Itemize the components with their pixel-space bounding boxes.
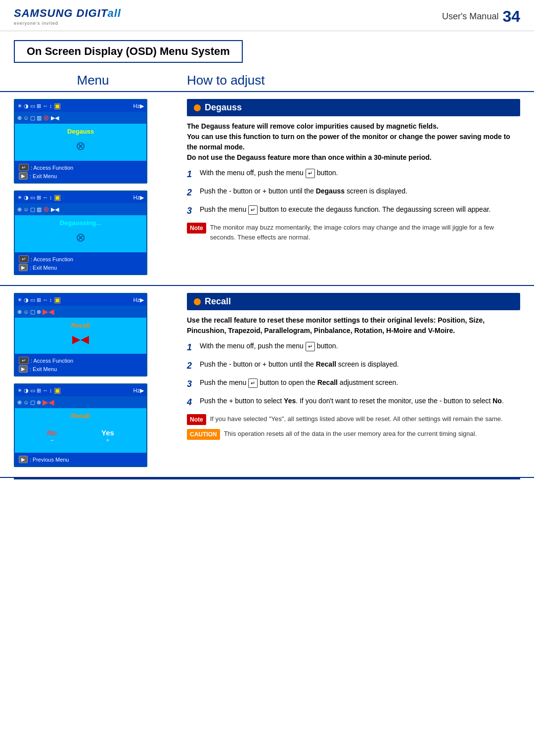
key-enter-r1: ↵ <box>306 342 315 351</box>
step-text-2: Push the - button or + button until the … <box>200 186 520 199</box>
osd-icon-2b-1: ⊕ <box>17 206 22 213</box>
manual-label: User's Manual <box>442 11 498 22</box>
osd-recall-toolbar-1a: ☀ ◑ ▭ ⊞ ↔ ↕ ▣ Hz▶ <box>15 294 146 306</box>
enter-key-r1: ↵ <box>19 357 29 364</box>
osd-toolbar-right-2: Hz▶ <box>134 194 144 201</box>
yes-label: Yes <box>101 428 114 437</box>
osd-icon-2b-6: ▶◀ <box>51 206 59 213</box>
recall-step-num-4: 4 <box>187 396 196 409</box>
osd-icon-2-b2: ◑ <box>24 194 29 201</box>
recall-access-label: : Access Function <box>31 358 73 364</box>
columns-header: Menu How to adjust <box>0 73 534 92</box>
no-sign: − <box>47 437 57 444</box>
osd-toolbar-2b: ⊕ ☺ ▢ ▥ ⊗ ▶◀ <box>15 203 146 215</box>
osd-r2-i3: ▭ <box>30 387 35 394</box>
osd-r1-i2: ◑ <box>24 297 29 303</box>
recall-step-num-3: 3 <box>187 378 196 391</box>
osd-icons-row2b: ⊕ ☺ ▢ ▥ ⊗ ▶◀ <box>17 205 59 214</box>
osd-toolbar-1: ☀ ◑ ▭ ⊞ ↔ ↕ ▣ Hz▶ <box>15 100 146 112</box>
note-label-degauss: Note <box>187 223 206 234</box>
osd-footer-line-1: ↵ : Access Function <box>19 164 142 171</box>
osd-r2b-3: ▢ <box>30 399 35 406</box>
recall-step-4: 4 Push the + button to select Yes. If yo… <box>187 396 520 409</box>
recall-section: ☀ ◑ ▭ ⊞ ↔ ↕ ▣ Hz▶ ⊕ ☺ ▢ ⊗ ▶◀ <box>0 286 534 478</box>
osd-degaussing-symbol: ⊗ <box>15 231 146 244</box>
recall-step-2: 2 Push the - button or + button until th… <box>187 359 520 373</box>
recall-step-text-2: Push the - button or + button until the … <box>200 359 520 373</box>
osd-footer-recall-2: ▶ : Previous Menu <box>15 453 146 466</box>
osd-r1b-1: ⊕ <box>17 309 22 315</box>
osd-icon-2-b6: ↕ <box>49 194 52 200</box>
osd-icon-pos-h: ⊞ <box>37 103 41 109</box>
osd-r1-i6: ↕ <box>49 297 52 303</box>
osd-screen-degauss-2: ☀ ◑ ▭ ⊞ ↔ ↕ ▣ Hz▶ ⊕ ☺ ▢ ▥ ⊗ ▶◀ <box>14 190 147 275</box>
osd-recall-icons-2b: ⊕ ☺ ▢ ⊗ ▶◀ <box>17 398 54 407</box>
osd-icon-arrow: ↔ <box>43 103 48 109</box>
osd-exit-label-1: : Exit Menu <box>30 173 57 179</box>
recall-caution: CAUTION This operation resets all of the… <box>187 429 520 440</box>
page-title: On Screen Display (OSD) Menu System <box>27 45 230 57</box>
osd-recall-label-2: Recall <box>15 412 146 420</box>
key-enter-r3: ↵ <box>248 378 258 388</box>
osd-icon-2-b4: ⊞ <box>37 194 41 201</box>
osd-icon-2b-5: ⊗ <box>43 205 49 214</box>
recall-step-text-3: Push the menu ↵ button to open the Recal… <box>200 378 520 391</box>
recall-adjust: Recall Use the recall feature to reset t… <box>172 293 520 467</box>
osd-footer-line-2-2: ▶ : Exit Menu <box>19 264 142 271</box>
osd-degauss-label: Degauss <box>15 128 146 135</box>
logo-area: SAMSUNG DIGITall everyone's invited <box>14 7 121 26</box>
osd-recall-label: Recall <box>15 322 146 329</box>
osd-r1-i5: ↔ <box>43 297 48 303</box>
osd-access-label-2: : Access Function <box>31 256 73 262</box>
note-label-recall: Note <box>187 414 206 425</box>
osd-r1-i4: ⊞ <box>37 297 41 303</box>
step-num-3: 3 <box>187 204 196 218</box>
osd-screen-degauss-1: ☀ ◑ ▭ ⊞ ↔ ↕ ▣ Hz▶ ⊕ ☺ ▢ ▥ ⊗ ▶◀ <box>14 99 147 184</box>
osd-icon-r2-1: ⊕ <box>17 115 22 121</box>
osd-icon-r2-4: ▥ <box>37 115 42 121</box>
degauss-steps: 1 With the menu off, push the menu ↵ but… <box>187 168 520 218</box>
osd-exit-label-2: : Exit Menu <box>30 265 57 271</box>
no-label: No <box>47 428 57 437</box>
adjust-column-header: How to adjust <box>172 73 520 88</box>
osd-icon-up: ↕ <box>49 103 52 109</box>
osd-icons-row2: ⊕ ☺ ▢ ▥ ⊗ ▶◀ <box>17 113 59 122</box>
osd-icon-size-h: ▭ <box>30 103 35 109</box>
osd-recall-icons-2a: ☀ ◑ ▭ ⊞ ↔ ↕ ▣ <box>17 386 61 395</box>
osd-icon-brightness: ☀ <box>17 103 22 109</box>
osd-r1b-3: ▢ <box>30 309 35 315</box>
step-text-3: Push the menu ↵ button to execute the de… <box>200 204 520 218</box>
osd-screen-recall-2: ☀ ◑ ▭ ⊞ ↔ ↕ ▣ Hz▶ ⊕ ☺ ▢ ⊗ ▶◀ <box>14 383 147 467</box>
osd-footer-recall-1: ↵ : Access Function ▶ : Exit Menu <box>15 354 146 376</box>
osd-r2-i4: ⊞ <box>37 387 41 394</box>
degauss-section: ☀ ◑ ▭ ⊞ ↔ ↕ ▣ Hz▶ ⊕ ☺ ▢ ▥ ⊗ ▶◀ <box>0 92 534 286</box>
degauss-intro: The Degauss feature will remove color im… <box>187 121 520 163</box>
osd-icon-2b-4: ▥ <box>37 206 42 213</box>
exit-key-r1: ▶ <box>19 365 28 373</box>
enter-key-1: ↵ <box>19 164 29 171</box>
enter-key-2: ↵ <box>19 255 29 263</box>
key-enter-3: ↵ <box>248 205 258 215</box>
osd-recall-icons-1b: ⊕ ☺ ▢ ⊗ ▶◀ <box>17 307 54 316</box>
osd-r2-i5: ↔ <box>43 387 48 393</box>
osd-icon-2b-3: ▢ <box>30 206 35 213</box>
menu-column-header: Menu <box>14 73 172 88</box>
step-text-1: With the menu off, push the menu ↵ butto… <box>200 168 520 181</box>
osd-r1-i3: ▭ <box>30 297 35 303</box>
osd-degauss-symbol: ⊗ <box>15 139 146 153</box>
osd-no-yes: No − Yes + <box>15 424 146 449</box>
osd-degaussing-label: Degaussing... <box>15 219 146 227</box>
osd-icon-r2-2: ☺ <box>23 115 29 121</box>
osd-toolbar-right-1: Hz▶ <box>134 103 144 109</box>
osd-body-recall-2: Recall No − Yes + <box>15 408 146 453</box>
osd-icon-r2-3: ▢ <box>30 115 35 121</box>
page-number: 34 <box>502 7 520 26</box>
exit-key-1: ▶ <box>19 172 28 180</box>
osd-body-degauss-2: Degaussing... ⊗ <box>15 215 146 252</box>
osd-footer-degauss-2: ↵ : Access Function ▶ : Exit Menu <box>15 252 146 274</box>
osd-r1-active: ▣ <box>54 295 61 304</box>
page-title-box: On Screen Display (OSD) Menu System <box>14 40 243 63</box>
step-num-2: 2 <box>187 186 196 199</box>
recall-prev-label: : Previous Menu <box>30 457 69 463</box>
step-num-1: 1 <box>187 168 196 181</box>
